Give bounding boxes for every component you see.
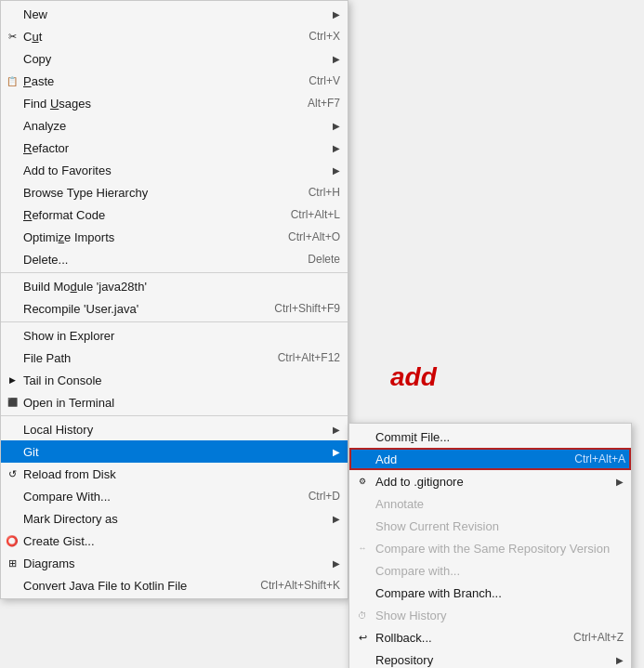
copy-arrow-icon: ▶ [333,54,340,64]
tail-icon: ▶ [5,373,20,387]
menu-item-paste[interactable]: 📋 Paste Ctrl+V [1,70,348,92]
terminal-icon: ⬛ [5,395,20,410]
refactor-arrow-icon: ▶ [333,143,340,153]
menu-item-delete[interactable]: Delete... Delete [1,248,348,270]
menu-item-file-path[interactable]: File Path Ctrl+Alt+F12 [1,347,348,369]
arrow-icon: ▶ [333,9,340,20]
submenu-item-add[interactable]: Add Ctrl+Alt+A [349,448,631,470]
diagrams-icon: ⊞ [5,556,20,570]
cut-icon: ✂ [5,29,20,44]
submenu-item-show-current-revision[interactable]: Show Current Revision [349,515,631,537]
menu-item-browse-type-hierarchy[interactable]: Browse Type Hierarchy Ctrl+H [1,181,348,203]
add-annotation-label: add [390,362,437,392]
menu-item-copy[interactable]: Copy ▶ [1,47,348,70]
submenu-item-compare-with[interactable]: Compare with... [349,559,631,582]
submenu-item-add-to-gitignore[interactable]: ⚙ Add to .gitignore ▶ [349,470,631,492]
menu-item-show-in-explorer[interactable]: Show in Explorer [1,324,348,347]
gitignore-icon: ⚙ [355,474,370,489]
diagrams-arrow-icon: ▶ [333,558,340,569]
menu-item-git[interactable]: Git ▶ [1,440,348,463]
menu-item-cut[interactable]: ✂ Cut Ctrl+X [1,25,348,47]
gitignore-arrow-icon: ▶ [616,477,624,487]
menu-item-find-usages[interactable]: Find Usages Alt+F7 [1,92,348,114]
reload-icon: ↺ [5,466,20,481]
submenu-item-annotate[interactable]: Annotate [349,492,631,515]
menu-item-open-in-terminal[interactable]: ⬛ Open in Terminal [1,391,348,413]
analyze-arrow-icon: ▶ [333,121,340,131]
separator-1 [1,272,348,273]
context-menu: New ▶ ✂ Cut Ctrl+X Copy ▶ 📋 Paste Ctrl+V… [0,0,348,599]
menu-item-tail-in-console[interactable]: ▶ Tail in Console [1,369,348,391]
menu-item-mark-directory[interactable]: Mark Directory as ▶ [1,507,348,530]
submenu-item-repository[interactable]: Repository ▶ [349,648,631,668]
submenu-item-commit-file[interactable]: Commit File... [349,426,631,448]
paste-icon: 📋 [5,73,20,88]
separator-2 [1,321,348,322]
submenu-item-compare-with-branch[interactable]: Compare with Branch... [349,582,631,604]
separator-3 [1,415,348,416]
repository-arrow-icon: ▶ [616,655,624,665]
history-icon: ⏱ [355,608,370,622]
menu-item-create-gist[interactable]: ⭕ Create Gist... [1,530,348,552]
menu-item-reload-from-disk[interactable]: ↺ Reload from Disk [1,463,348,485]
menu-item-compare-with[interactable]: Compare With... Ctrl+D [1,485,348,507]
rollback-icon: ↩ [355,630,370,645]
menu-item-build-module[interactable]: Build Module 'java28th' [1,275,348,297]
menu-item-add-to-favorites[interactable]: Add to Favorites ▶ [1,159,348,181]
git-arrow-icon: ▶ [333,447,340,457]
menu-item-new[interactable]: New ▶ [1,3,348,25]
menu-item-optimize-imports[interactable]: Optimize Imports Ctrl+Alt+O [1,226,348,248]
menu-item-diagrams[interactable]: ⊞ Diagrams ▶ [1,552,348,574]
submenu-item-rollback[interactable]: ↩ Rollback... Ctrl+Alt+Z [349,626,631,648]
menu-item-recompile[interactable]: Recompile 'User.java' Ctrl+Shift+F9 [1,297,348,320]
gist-icon: ⭕ [5,533,20,548]
menu-item-local-history[interactable]: Local History ▶ [1,418,348,440]
menu-item-refactor[interactable]: Refactor ▶ [1,137,348,159]
mark-dir-arrow-icon: ▶ [333,514,340,524]
favorites-arrow-icon: ▶ [333,165,340,176]
submenu-item-show-history[interactable]: ⏱ Show History [349,604,631,626]
submenu-item-compare-same-repo[interactable]: ↔ Compare with the Same Repository Versi… [349,537,631,559]
compare-same-icon: ↔ [355,541,370,556]
menu-item-reformat-code[interactable]: Reformat Code Ctrl+Alt+L [1,203,348,226]
menu-item-convert-java[interactable]: Convert Java File to Kotlin File Ctrl+Al… [1,574,348,596]
local-history-arrow-icon: ▶ [333,425,340,435]
menu-item-analyze[interactable]: Analyze ▶ [1,114,348,137]
git-submenu: Commit File... Add Ctrl+Alt+A ⚙ Add to .… [348,423,632,668]
